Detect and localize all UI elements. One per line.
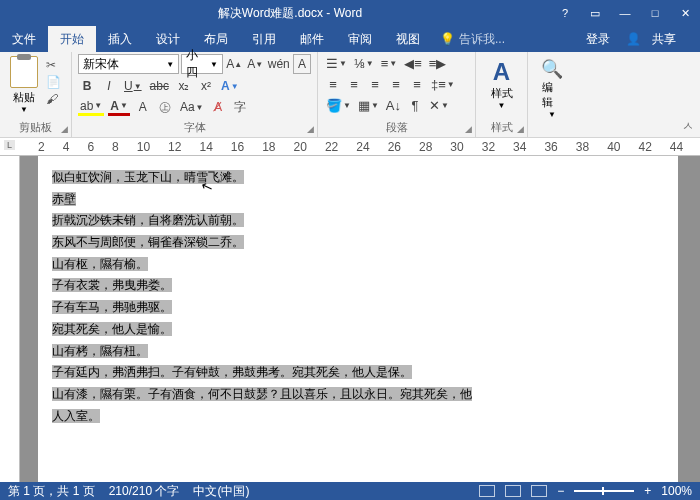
- text-line[interactable]: 山有栲，隰有杻。: [52, 340, 664, 362]
- signin-button[interactable]: 登录: [578, 31, 618, 48]
- shrink-font-button[interactable]: A▼: [246, 54, 265, 74]
- text-line[interactable]: 子有衣裳，弗曳弗娄。: [52, 274, 664, 296]
- share-button[interactable]: 👤 共享: [618, 31, 692, 48]
- language-status[interactable]: 中文(中国): [193, 483, 249, 500]
- font-launcher[interactable]: ◢: [307, 124, 314, 134]
- text-effects-button[interactable]: A▼: [219, 77, 241, 95]
- text-line[interactable]: 人入室。: [52, 405, 664, 427]
- clipboard-icon: [10, 56, 38, 88]
- format-painter-button[interactable]: 🖌: [46, 92, 61, 106]
- text-line[interactable]: 子有廷内，弗洒弗扫。子有钟鼓，弗鼓弗考。宛其死矣，他人是保。: [52, 361, 664, 383]
- grow-font-button[interactable]: A▲: [225, 54, 244, 74]
- styles-icon: A: [493, 58, 510, 86]
- editing-button[interactable]: 🔍 编辑 ▼: [534, 54, 570, 123]
- italic-button[interactable]: I: [100, 77, 118, 95]
- tell-me-search[interactable]: 💡告诉我...: [432, 31, 513, 48]
- print-layout-button[interactable]: [505, 485, 521, 497]
- tab-selector[interactable]: L: [4, 140, 15, 150]
- text-line[interactable]: 折戟沉沙铁未销，自将磨洗认前朝。: [52, 209, 664, 231]
- tab-review[interactable]: 审阅: [336, 26, 384, 52]
- font-size-combo[interactable]: 小四▼: [181, 54, 223, 74]
- sort-button[interactable]: A↓: [384, 96, 403, 114]
- asian-layout-button[interactable]: ✕▼: [427, 96, 451, 114]
- read-mode-button[interactable]: [479, 485, 495, 497]
- text-line[interactable]: 东风不与周郎便，铜雀春深锁二乔。: [52, 231, 664, 253]
- highlight-button[interactable]: ab▼: [78, 98, 104, 116]
- minimize-icon[interactable]: —: [610, 0, 640, 26]
- decrease-indent-button[interactable]: ◀≡: [402, 54, 424, 72]
- justify-button[interactable]: ≡: [387, 75, 405, 93]
- align-right-button[interactable]: ≡: [366, 75, 384, 93]
- clear-format-button[interactable]: A̸: [209, 98, 227, 116]
- font-name-combo[interactable]: 新宋体▼: [78, 54, 179, 74]
- text-line[interactable]: 子有车马，弗驰弗驱。: [52, 296, 664, 318]
- numbering-button[interactable]: ⅛▼: [352, 54, 376, 72]
- tab-view[interactable]: 视图: [384, 26, 432, 52]
- zoom-in-button[interactable]: +: [644, 484, 651, 498]
- bulb-icon: 💡: [440, 32, 455, 46]
- paragraph-group-label: 段落: [318, 120, 475, 135]
- document-page[interactable]: ↖ 似白虹饮涧，玉龙下山，晴雪飞滩。赤壁折戟沉沙铁未销，自将磨洗认前朝。东风不与…: [38, 156, 678, 484]
- enclosed-button[interactable]: 字: [231, 98, 249, 116]
- clipboard-launcher[interactable]: ◢: [61, 124, 68, 134]
- ribbon-options-icon[interactable]: ▭: [580, 0, 610, 26]
- tab-file[interactable]: 文件: [0, 26, 48, 52]
- text-line[interactable]: 赤壁: [52, 188, 664, 210]
- align-center-button[interactable]: ≡: [345, 75, 363, 93]
- close-icon[interactable]: ✕: [670, 0, 700, 26]
- font-color-button[interactable]: A▼: [108, 98, 130, 116]
- font-group-label: 字体: [72, 120, 317, 135]
- styles-launcher[interactable]: ◢: [517, 124, 524, 134]
- tab-design[interactable]: 设计: [144, 26, 192, 52]
- paragraph-launcher[interactable]: ◢: [465, 124, 472, 134]
- zoom-out-button[interactable]: −: [557, 484, 564, 498]
- text-line[interactable]: 似白虹饮涧，玉龙下山，晴雪飞滩。: [52, 166, 664, 188]
- word-count[interactable]: 210/210 个字: [109, 483, 180, 500]
- maximize-icon[interactable]: □: [640, 0, 670, 26]
- tab-mailings[interactable]: 邮件: [288, 26, 336, 52]
- line-spacing-button[interactable]: ‡≡▼: [429, 75, 457, 93]
- text-line[interactable]: 山有漆，隰有栗。子有酒食，何不日鼓瑟？且以喜乐，且以永日。宛其死矣，他: [52, 383, 664, 405]
- align-left-button[interactable]: ≡: [324, 75, 342, 93]
- strikethrough-button[interactable]: abc: [148, 77, 171, 95]
- vertical-ruler[interactable]: [0, 156, 20, 484]
- tab-home[interactable]: 开始: [48, 26, 96, 52]
- phonetic-guide-button[interactable]: wén: [267, 54, 291, 74]
- page-count[interactable]: 第 1 页，共 1 页: [8, 483, 95, 500]
- help-icon[interactable]: ?: [550, 0, 580, 26]
- increase-indent-button[interactable]: ≡▶: [427, 54, 449, 72]
- enclose-char-button[interactable]: ㊤: [156, 98, 174, 116]
- text-line[interactable]: 山有枢，隰有榆。: [52, 253, 664, 275]
- cut-button[interactable]: ✂: [46, 58, 61, 72]
- web-layout-button[interactable]: [531, 485, 547, 497]
- char-shading-button[interactable]: A: [134, 98, 152, 116]
- zoom-level[interactable]: 100%: [661, 484, 692, 498]
- tab-references[interactable]: 引用: [240, 26, 288, 52]
- show-marks-button[interactable]: ¶: [406, 96, 424, 114]
- change-case-button[interactable]: Aa▼: [178, 98, 206, 116]
- styles-button[interactable]: A 样式 ▼: [482, 54, 521, 114]
- copy-button[interactable]: 📄: [46, 75, 61, 89]
- bullets-button[interactable]: ☰▼: [324, 54, 349, 72]
- horizontal-ruler[interactable]: L 24681012141618202224262830323436384042…: [0, 138, 700, 156]
- multilevel-button[interactable]: ≡▼: [379, 54, 400, 72]
- text-line[interactable]: 宛其死矣，他人是愉。: [52, 318, 664, 340]
- borders-button[interactable]: ▦▼: [356, 96, 381, 114]
- subscript-button[interactable]: x₂: [175, 77, 193, 95]
- tab-insert[interactable]: 插入: [96, 26, 144, 52]
- find-icon: 🔍: [541, 58, 563, 80]
- distributed-button[interactable]: ≡: [408, 75, 426, 93]
- shading-button[interactable]: 🪣▼: [324, 96, 353, 114]
- window-title: 解决Word难题.docx - Word: [30, 5, 550, 22]
- char-border-button[interactable]: A: [293, 54, 311, 74]
- bold-button[interactable]: B: [78, 77, 96, 95]
- zoom-slider[interactable]: [574, 490, 634, 492]
- superscript-button[interactable]: x²: [197, 77, 215, 95]
- underline-button[interactable]: U▼: [122, 77, 144, 95]
- collapse-ribbon-button[interactable]: ㅅ: [682, 118, 694, 135]
- paste-button[interactable]: 粘贴 ▼: [6, 54, 42, 116]
